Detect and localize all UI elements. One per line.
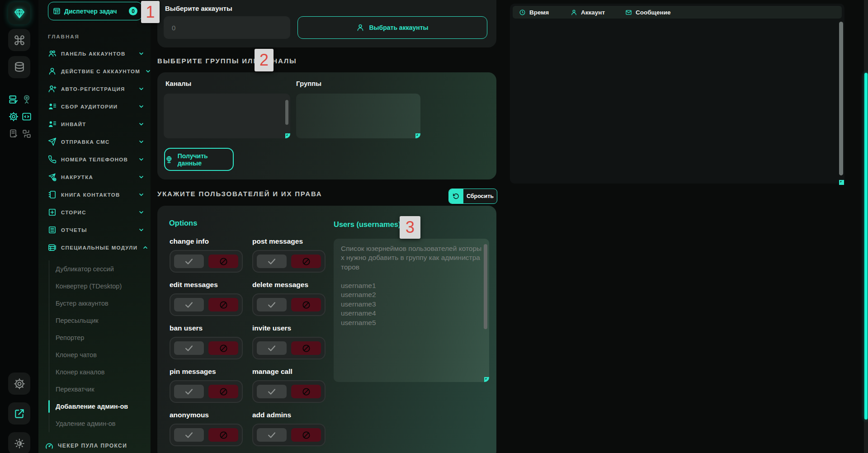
rail-tool-document-check[interactable] [9,129,19,139]
rail-tool-server-check[interactable] [9,94,19,104]
allow-button[interactable] [257,341,287,355]
log-column-сообщение[interactable]: Сообщение [625,6,670,19]
sidebar-item-авто-регистрация[interactable]: АВТО-РЕГИСТРАЦИЯ [38,80,151,98]
sidebar-item-отчеты[interactable]: ОТЧЕТЫ [38,221,151,239]
deny-button[interactable] [208,385,238,398]
allow-button[interactable] [174,255,204,268]
chevron-down-icon [138,121,145,127]
sidebar-item-сбор-аудитории[interactable]: СБОР АУДИТОРИИ [38,98,151,115]
groups-resize-handle[interactable] [415,133,420,138]
log-column-время[interactable]: Время [519,6,549,19]
sidebar-item-сторис[interactable]: СТОРИС [38,203,151,221]
groups-textarea[interactable] [296,94,420,138]
resize-icon [485,378,489,382]
deny-button[interactable] [208,428,238,442]
submodule-item[interactable]: Бустер аккаунтов [49,295,140,312]
channels-scrollbar-thumb[interactable] [285,100,288,125]
channels-textarea[interactable] [164,94,290,138]
submodule-item[interactable]: Конвертер (TDesktop) [49,278,140,295]
submodule-item[interactable]: Дубликатор сессий [49,260,140,278]
permission-label: post messages [252,237,335,245]
submodule-item[interactable]: Пересыльщик [49,312,140,329]
deny-icon [302,430,311,440]
users-textarea[interactable] [334,239,489,382]
log-column-аккаунт[interactable]: Аккаунт [571,6,605,19]
accounts-count-input[interactable] [164,16,290,39]
deny-button[interactable] [291,428,321,442]
sidebar-item-label: НОМЕРА ТЕЛЕФОНОВ [61,157,128,162]
deny-button[interactable] [208,341,238,355]
sidebar-item-label: СТОРИС [61,210,86,215]
submodule-item[interactable]: Удаление админ-ов [49,415,140,432]
sidebar-item-действие-с-аккаунтом[interactable]: ДЕЙСТВИЕ С АККАУНТОМ [38,62,151,80]
allow-button[interactable] [257,428,287,442]
rail-button-settings[interactable] [8,373,30,395]
rail-button-diamond[interactable] [8,2,30,24]
deny-button[interactable] [208,255,238,268]
users-scrollbar-thumb[interactable] [484,244,487,329]
channels-resize-handle[interactable] [285,133,290,138]
task-manager-button[interactable]: Диспетчер задач 0 [48,2,142,20]
rail-tool-qr-transfer[interactable] [22,129,32,139]
mail-icon [625,9,632,16]
send-icon [48,137,57,146]
sidebar-item-отправка-смс[interactable]: ОТПРАВКА СМС [38,133,151,151]
check-icon [184,300,194,310]
rail-button-brightness[interactable] [8,432,30,453]
deny-button[interactable] [208,298,238,311]
log-resize-handle[interactable] [839,180,844,185]
log-header: ВремяАккаунтСообщение [513,6,842,19]
send-plus-icon [48,173,57,181]
rail-button-external-link[interactable] [8,402,30,425]
allow-button[interactable] [257,298,287,311]
icon-rail [0,0,38,453]
sidebar-item-инвайт[interactable]: ИНВАЙТ [38,115,151,133]
allow-button[interactable] [174,298,204,311]
allow-button[interactable] [257,385,287,398]
page-scrollbar-thumb[interactable] [864,73,868,420]
submodule-item[interactable]: Перехватчик [49,381,140,398]
deny-button[interactable] [291,341,321,355]
sidebar-item-label: ОТЧЕТЫ [61,227,87,233]
task-manager-icon [53,7,61,15]
rail-button-database[interactable] [8,56,30,78]
permission-label: invite users [252,324,335,332]
rail-tool-gear[interactable] [9,112,19,122]
sidebar-item-номера-телефонов[interactable]: НОМЕРА ТЕЛЕФОНОВ [38,151,151,168]
submodule-item[interactable]: Добавление админ-ов [49,398,140,415]
permission-cell: edit messages [170,281,252,324]
sidebar-item-панель-аккаунтов[interactable]: ПАНЕЛЬ АККАУНТОВ [38,45,151,62]
allow-button[interactable] [174,385,204,398]
users-resize-handle[interactable] [484,377,489,382]
permission-label: add admins [252,411,335,419]
submodule-item[interactable]: Клонер каналов [49,363,140,381]
fetch-data-button[interactable]: Получить данные [164,148,234,171]
sidebar-item-label: ОТПРАВКА СМС [61,139,110,145]
groups-section-title: ВЫБЕРИТЕ ГРУППЫ ИЛИ КАНАЛЫ [157,57,297,65]
deny-button[interactable] [291,255,321,268]
check-icon [184,387,194,396]
allow-button[interactable] [174,341,204,355]
allow-button[interactable] [174,428,204,442]
rail-tool-code-window[interactable] [22,112,32,122]
sidebar-item-накрутка[interactable]: НАКРУТКА [38,168,151,186]
rights-section-title: УКАЖИТЕ ПОЛЬЗОВАТЕЛЕЙ И ИХ ПРАВА [157,190,322,198]
sidebar-item-label: НАКРУТКА [61,175,93,180]
clock-icon [519,9,526,16]
deny-button[interactable] [291,298,321,311]
permission-cell: ban users [170,324,252,368]
log-scrollbar-thumb[interactable] [839,22,843,175]
sidebar-item-proxy-pool-checker[interactable]: ЧЕКЕР ПУЛА ПРОКСИ [45,437,127,453]
submodule-item[interactable]: Клонер чатов [49,346,140,363]
reset-button[interactable]: Сбросить [448,189,497,204]
rail-tool-account-camera[interactable] [22,94,32,104]
sidebar-item-специальные-модули[interactable]: СПЕЦИАЛЬНЫЕ МОДУЛИ [38,239,151,256]
rail-button-command[interactable] [8,29,30,51]
select-accounts-button[interactable]: Выбрать аккаунты [297,16,487,39]
deny-button[interactable] [291,385,321,398]
user-icon [48,67,57,76]
log-column-label: Сообщение [636,9,670,16]
allow-button[interactable] [257,255,287,268]
submodule-item[interactable]: Репортер [49,329,140,346]
sidebar-item-книга-контактов[interactable]: КНИГА КОНТАКТОВ [38,186,151,203]
